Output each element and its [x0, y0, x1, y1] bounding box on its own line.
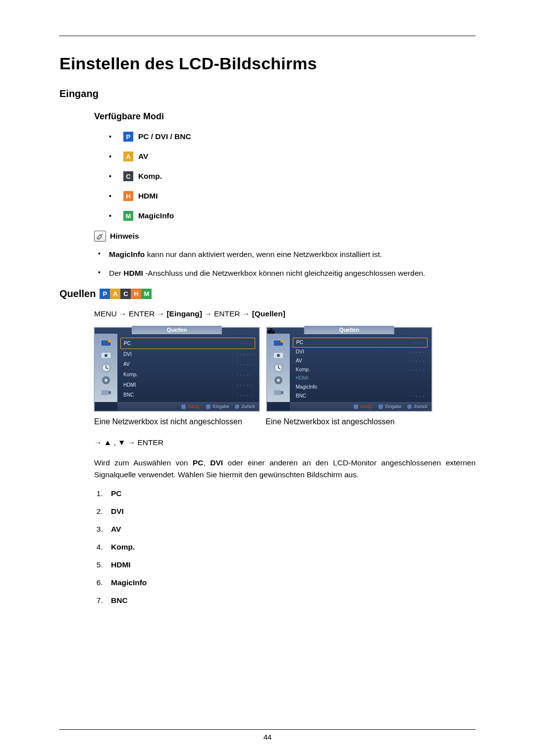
osd-side-icon — [272, 350, 285, 361]
source-item: BNC — [105, 596, 476, 605]
svg-rect-16 — [274, 390, 281, 395]
osd-row-label: PC — [124, 341, 131, 346]
source-item: PC — [105, 489, 476, 498]
caption-left: Eine Netzwerkbox ist nicht angeschlossen — [94, 416, 259, 427]
rule-top — [59, 36, 476, 36]
osd-row-value: : - - - - — [237, 372, 252, 377]
source-label: Komp. — [111, 543, 135, 551]
osd-side-icon — [272, 362, 285, 373]
description: Wird zum Auswählen von PC, DVI oder eine… — [59, 457, 476, 480]
osd-row-label: DVI — [296, 349, 304, 354]
mode-label: Komp. — [138, 172, 162, 181]
source-item: Komp. — [105, 543, 476, 552]
content: Einstellen des LCD-Bildschirms Eingang V… — [59, 50, 476, 605]
osd-row-value: : - - - - — [237, 362, 252, 366]
osd-side-icon — [100, 350, 112, 361]
source-item: HDMI — [105, 560, 476, 569]
osd-row-value: : - - - - — [237, 352, 252, 356]
osd-row: MagicInfo — [293, 383, 428, 392]
page: Einstellen des LCD-Bildschirms Eingang V… — [0, 0, 535, 756]
badge-m-icon: M — [141, 289, 152, 299]
osd-footer-back: Zurück — [414, 404, 428, 409]
svg-point-6 — [105, 379, 107, 382]
quellen-label: Quellen — [59, 288, 96, 300]
osd-row-value: : - - - - — [409, 394, 425, 398]
mode-badge-h-icon: H — [123, 191, 133, 201]
svg-point-12 — [277, 354, 280, 357]
badge-p-icon: P — [100, 289, 110, 299]
mode-item: M MagicInfo — [109, 211, 476, 221]
enter-icon — [206, 404, 211, 409]
modes-list: P PC / DVI / BNC A AV C Komp. H HDMI M M… — [59, 132, 476, 221]
nav-icon — [181, 404, 186, 409]
page-title: Einstellen des LCD-Bildschirms — [59, 54, 476, 73]
back-icon — [407, 404, 412, 409]
osd-row: AV: - - - - — [293, 356, 428, 365]
osd-footer-back: Zurück — [241, 404, 255, 409]
section-quellen: Quellen P A C H M — [59, 288, 476, 300]
source-label: AV — [111, 525, 121, 533]
source-label: BNC — [111, 596, 128, 605]
osd-sidebar — [95, 334, 117, 402]
note-item: MagicInfo kann nur dann aktiviert werden… — [109, 249, 476, 260]
mode-badge-a-icon: A — [123, 151, 133, 161]
section-eingang: Eingang — [59, 88, 476, 100]
osd-footer-nav: Navig. — [188, 404, 201, 409]
osd-footer: Navig. Eingabe Zurück — [117, 402, 259, 411]
osd-side-icon — [272, 387, 285, 398]
mode-item: A AV — [109, 151, 476, 161]
mode-item: H HDMI — [109, 191, 476, 201]
osd-row: Komp.: - - - - — [293, 365, 428, 374]
source-label: HDMI — [111, 560, 131, 569]
path-text: → ENTER → — [202, 309, 252, 318]
osd-side-icon — [272, 375, 285, 386]
notes-list: MagicInfo kann nur dann aktiviert werden… — [59, 249, 476, 279]
note-heading: Hinweis — [59, 231, 476, 242]
svg-point-1 — [108, 340, 111, 343]
osd-row-label: AV — [123, 361, 130, 367]
osd-row: DVI: - - - - — [293, 348, 428, 356]
mode-label: MagicInfo — [138, 211, 174, 220]
osd-row-label: DVI — [123, 352, 132, 357]
osd-footer-nav: Navig. — [360, 404, 373, 409]
page-number: 44 — [264, 733, 272, 741]
osd-row-label: AV — [296, 358, 302, 363]
mode-badge-c-icon: C — [123, 171, 133, 181]
osd-side-icon — [100, 338, 112, 349]
source-item: MagicInfo — [105, 578, 476, 587]
path-key: [Quellen] — [252, 309, 285, 318]
desc-text: , — [203, 458, 210, 467]
note-label: Hinweis — [110, 232, 139, 241]
osd-no-networkbox: Quellen PC- - - - DVI: - - - - AV: - - -… — [94, 327, 260, 411]
source-label: MagicInfo — [111, 578, 147, 587]
nav-icon — [354, 404, 358, 409]
osd-captions: Eine Netzwerkbox ist nicht angeschlossen… — [59, 416, 476, 427]
subsection-modes: Verfügbare Modi — [59, 111, 476, 122]
osd-row-label: Komp. — [123, 372, 138, 377]
osd-row-value: : - - - - — [409, 367, 425, 372]
note-item: Der HDMI -Anschluss und die Netzwerkbox … — [109, 267, 476, 279]
mode-label: HDMI — [138, 192, 158, 201]
osd-row: Komp.: - - - - — [120, 369, 255, 380]
osd-footer: Navig. Eingabe Zurück — [290, 402, 431, 411]
desc-strong: PC — [193, 458, 204, 467]
sources-list: PC DVI AV Komp. HDMI MagicInfo BNC — [59, 489, 476, 605]
badge-h-icon: H — [131, 289, 141, 299]
quellen-badges: P A C H M — [100, 289, 152, 299]
osd-row: PC- - - - — [120, 338, 255, 349]
osd-side-icon — [100, 387, 112, 398]
enter-icon — [378, 404, 383, 409]
source-item: DVI — [105, 507, 476, 516]
osd-rows: PC- - - - DVI: - - - - AV: - - - - Komp.… — [120, 338, 255, 400]
osd-row: PC- - - - — [293, 338, 428, 348]
svg-point-15 — [277, 379, 280, 382]
osd-row: DVI: - - - - — [120, 349, 255, 359]
osd-row: HDMI — [293, 374, 428, 383]
osd-row: BNC: - - - - — [120, 390, 255, 400]
osd-row: HDMI: - - - - — [120, 380, 255, 390]
note-icon — [94, 231, 106, 242]
caption-right: Eine Netzwerkbox ist angeschlossen — [266, 416, 430, 427]
osd-title: Quellen — [132, 326, 222, 334]
osd-row: BNC: - - - - — [293, 391, 428, 400]
osd-footer-enter: Eingabe — [385, 404, 401, 409]
